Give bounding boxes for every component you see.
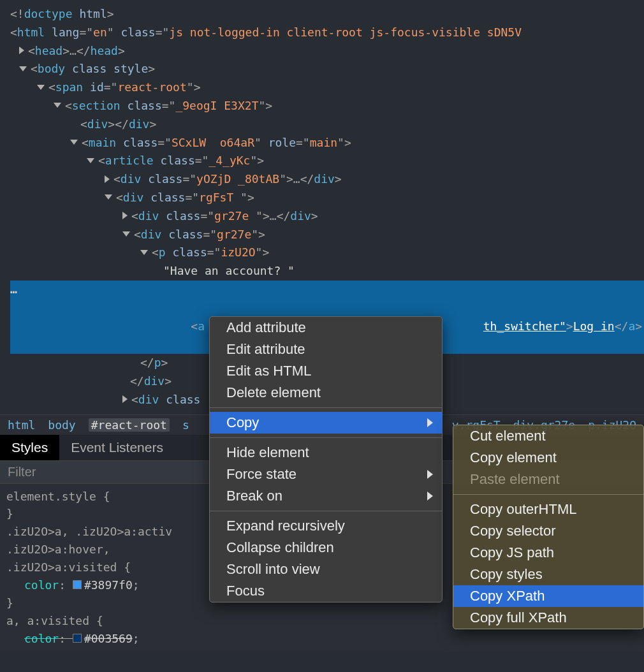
menu-hide-element[interactable]: Hide element [210, 442, 442, 464]
tree-line[interactable]: <section class="_9eogI E3X2T"> [10, 97, 644, 115]
submenu-copy-full-xpath[interactable]: Copy full XPath [453, 607, 643, 629]
collapse-arrow-icon[interactable] [122, 231, 130, 237]
tree-line[interactable]: <span id="react-root"> [10, 78, 644, 97]
menu-expand-recursively[interactable]: Expand recursively [210, 515, 442, 537]
collapse-arrow-icon[interactable] [54, 103, 61, 108]
submenu-copy-xpath[interactable]: Copy XPath [453, 585, 643, 607]
tree-line[interactable]: <div class="gr27e ">…</div> [10, 207, 644, 226]
collapse-arrow-icon[interactable] [87, 158, 94, 163]
submenu-copy-js-path[interactable]: Copy JS path [453, 542, 643, 564]
expand-arrow-icon[interactable] [19, 47, 24, 54]
submenu-arrow-icon [427, 470, 433, 479]
menu-break-on[interactable]: Break on [210, 485, 442, 507]
submenu-cut-element[interactable]: Cut element [453, 425, 643, 447]
collapse-arrow-icon[interactable] [19, 66, 27, 71]
menu-delete-element[interactable]: Delete element [210, 382, 442, 404]
menu-focus[interactable]: Focus [210, 580, 442, 602]
expand-arrow-icon[interactable] [122, 395, 128, 403]
color-swatch-icon[interactable] [73, 634, 82, 643]
collapse-arrow-icon[interactable] [37, 85, 45, 90]
collapse-arrow-icon[interactable] [105, 194, 112, 200]
menu-separator [210, 437, 442, 438]
submenu-copy-selector[interactable]: Copy selector [453, 520, 643, 542]
tree-line[interactable]: <p class="izU2O"> [10, 244, 644, 262]
crumb-section[interactable]: s [182, 418, 189, 432]
submenu-arrow-icon [427, 492, 433, 500]
tree-line[interactable]: <div class="gr27e"> [10, 226, 644, 244]
collapse-arrow-icon[interactable] [140, 250, 148, 255]
menu-collapse-children[interactable]: Collapse children [210, 537, 442, 559]
menu-force-state[interactable]: Force state [210, 464, 442, 485]
tree-line[interactable]: <div class="yOZjD _80tAB">…</div> [10, 170, 644, 189]
menu-add-attribute[interactable]: Add attribute [210, 317, 442, 339]
tree-line[interactable]: <main class="SCxLW o64aR" role="main"> [10, 134, 644, 152]
menu-separator [210, 511, 442, 511]
submenu-copy-styles[interactable]: Copy styles [453, 564, 643, 585]
tree-line[interactable]: <head>…</head> [10, 42, 644, 61]
crumb-body[interactable]: body [48, 418, 75, 432]
menu-separator [453, 494, 643, 495]
tab-styles[interactable]: Styles [0, 435, 59, 460]
gutter-ellipsis-icon: … [10, 281, 18, 299]
submenu-paste-element: Paste element [453, 469, 643, 490]
color-swatch-icon[interactable] [73, 580, 82, 589]
tree-line[interactable]: "Have an account? " [10, 262, 644, 281]
tree-line[interactable]: <div></div> [10, 115, 644, 134]
collapse-arrow-icon[interactable] [70, 140, 78, 145]
expand-arrow-icon[interactable] [105, 175, 110, 183]
menu-copy[interactable]: Copy [210, 412, 442, 434]
tree-line[interactable]: <!doctype html> [10, 5, 644, 24]
tab-event-listeners[interactable]: Event Listeners [59, 435, 175, 460]
submenu-arrow-icon [427, 418, 433, 427]
context-menu[interactable]: Add attribute Edit attribute Edit as HTM… [209, 316, 443, 603]
menu-scroll-into-view[interactable]: Scroll into view [210, 559, 442, 580]
crumb-react-root[interactable]: #react-root [89, 418, 170, 432]
tree-line[interactable]: <body class style> [10, 60, 644, 78]
menu-edit-attribute[interactable]: Edit attribute [210, 339, 442, 360]
tree-line[interactable]: <html lang="en" class="js not-logged-in … [10, 24, 644, 42]
menu-separator [210, 407, 442, 408]
expand-arrow-icon[interactable] [122, 212, 128, 219]
tree-line[interactable]: <article class="_4_yKc"> [10, 152, 644, 170]
submenu-copy-element[interactable]: Copy element [453, 447, 643, 469]
menu-edit-as-html[interactable]: Edit as HTML [210, 360, 442, 382]
crumb-html[interactable]: html [8, 418, 35, 432]
tree-line[interactable]: <div class="rgFsT "> [10, 189, 644, 207]
submenu-copy-outerhtml[interactable]: Copy outerHTML [453, 499, 643, 520]
context-submenu-copy[interactable]: Cut element Copy element Paste element C… [453, 425, 644, 629]
